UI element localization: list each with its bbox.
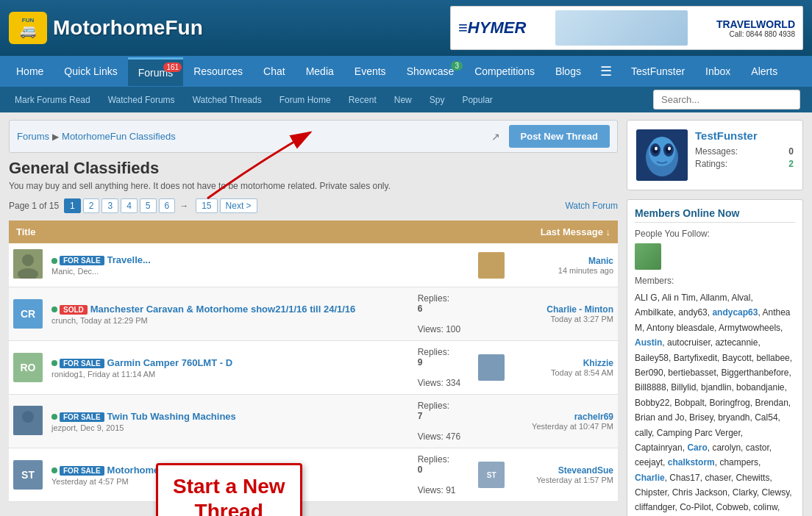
last-avatar-cell <box>474 287 512 341</box>
nav-blogs[interactable]: Blogs <box>545 58 591 85</box>
nav-showcase[interactable]: Showcase 3 <box>396 58 465 85</box>
showcase-badge: 3 <box>451 61 463 71</box>
nav-quicklinks[interactable]: Quick Links <box>54 58 127 85</box>
page-next[interactable]: Next > <box>220 198 257 213</box>
hymer-logo: ≡HYMER <box>458 18 526 37</box>
thread-meta: crunch, Today at 12:29 PM <box>51 316 409 325</box>
last-msg-cell: SteveandSue Yesterday at 1:57 PM <box>512 448 618 502</box>
table-row: ST FOR SALEMotorhome Corner Steadies Yes… <box>9 448 618 502</box>
nav-chat[interactable]: Chat <box>253 58 296 85</box>
logo-icon: FUN 🚐 <box>9 12 47 44</box>
members-title: Members Online Now <box>635 207 795 223</box>
member-bold: Austin <box>635 337 662 348</box>
ratings-label: Ratings: <box>695 159 727 169</box>
table-row: FOR SALETwin Tub Washing Machines jezpor… <box>9 395 618 448</box>
content-wrapper: Forums ▶ MotorhomeFun Classifieds ↗ Post… <box>0 112 812 516</box>
last-user-link[interactable]: rachelr69 <box>574 412 613 422</box>
last-msg-cell: Manic 14 minutes ago <box>512 243 618 287</box>
thread-info-cell: FOR SALEGarmin Camper 760LMT - D ronidog… <box>47 341 413 395</box>
page-btn-6[interactable]: 6 <box>159 198 176 213</box>
page-btn-4[interactable]: 4 <box>121 198 138 213</box>
thread-title[interactable]: Travelle... <box>107 254 151 265</box>
breadcrumb: Forums ▶ MotorhomeFun Classifieds ↗ Post… <box>9 120 618 153</box>
page-title: General Classifieds <box>9 159 618 178</box>
more-icon[interactable]: ☰ <box>591 56 621 87</box>
search-input[interactable] <box>653 90 800 110</box>
thread-status-dot <box>51 414 57 420</box>
svg-point-4 <box>22 411 34 423</box>
last-avatar-cell <box>474 243 512 287</box>
subnav-mark-read[interactable]: Mark Forums Read <box>6 89 99 111</box>
breadcrumb-classifieds[interactable]: MotorhomeFun Classifieds <box>62 131 176 142</box>
callout-text-line1: Start a New <box>173 474 285 499</box>
member-bold: andycap63 <box>712 307 758 318</box>
last-msg-time: Yesterday at 10:47 PM <box>516 422 613 431</box>
page-label: Page 1 of 15 <box>9 201 59 211</box>
subnav-spy[interactable]: Spy <box>421 89 454 111</box>
nav-alerts[interactable]: Alerts <box>741 58 788 85</box>
travelworld-phone: Call: 0844 880 4938 <box>729 30 795 38</box>
nav-competitions[interactable]: Competitions <box>464 58 545 85</box>
nav-events[interactable]: Events <box>344 58 396 85</box>
nav-resources[interactable]: Resources <box>183 58 253 85</box>
forums-badge: 161 <box>163 62 182 72</box>
col-stats-header <box>413 221 474 243</box>
thread-meta: jezport, Dec 9, 2015 <box>51 423 409 432</box>
nav-testfunster[interactable]: TestFunster <box>621 58 695 85</box>
members-label: Members: <box>635 276 795 286</box>
external-link-icon: ↗ <box>491 131 500 143</box>
main-content: Forums ▶ MotorhomeFun Classifieds ↗ Post… <box>9 120 618 516</box>
thread-meta: ronidog1, Friday at 11:14 AM <box>51 370 409 379</box>
nav-home[interactable]: Home <box>6 58 54 85</box>
avatar: ST <box>13 460 43 490</box>
site-header: FUN 🚐 MotorhomeFun ≡HYMER TRAVELWORLD Ca… <box>0 0 812 56</box>
last-avatar-cell: ST <box>474 448 512 502</box>
page-btn-3[interactable]: 3 <box>102 198 118 213</box>
thread-table: Title Last Message ↓ <box>9 221 618 502</box>
last-msg-cell: Charlie - Minton Today at 3:27 PM <box>512 287 618 341</box>
thread-status-dot <box>51 360 57 366</box>
last-user-link[interactable]: Charlie - Minton <box>546 304 613 315</box>
subnav-watched-forums[interactable]: Watched Forums <box>99 89 184 111</box>
breadcrumb-arrow: ▶ <box>52 132 59 142</box>
thread-status-dot <box>51 307 57 312</box>
ratings-row: Ratings: 2 <box>695 159 794 169</box>
col-title-header: Title <box>9 221 413 243</box>
thread-title[interactable]: Garmin Camper 760LMT - D <box>107 357 233 368</box>
subnav-recent[interactable]: Recent <box>340 89 385 111</box>
thread-title[interactable]: Manchester Caravan & Motorhome show21/1/… <box>90 304 356 315</box>
page-btn-1[interactable]: 1 <box>64 198 81 213</box>
page-btn-15[interactable]: 15 <box>196 198 217 213</box>
nav-forums[interactable]: Forums 161 <box>128 57 183 86</box>
post-new-thread-button[interactable]: Post New Thread <box>509 125 610 148</box>
last-user-link[interactable]: Manic <box>588 256 613 266</box>
page-btn-5[interactable]: 5 <box>140 198 157 213</box>
last-msg-cell: Khizzie Today at 8:54 AM <box>512 341 618 395</box>
table-row: FOR SALETravelle... Manic, Dec... Manic … <box>9 243 618 287</box>
subnav-popular[interactable]: Popular <box>453 89 501 111</box>
last-msg-time: Today at 8:54 AM <box>516 368 613 377</box>
last-avatar-cell <box>474 395 512 448</box>
last-user-link[interactable]: Khizzie <box>583 358 613 368</box>
username: TestFunster <box>695 129 794 142</box>
thread-title[interactable]: Twin Tub Washing Machines <box>107 411 236 422</box>
nav-inbox[interactable]: Inbox <box>695 58 741 85</box>
watch-forum-link[interactable]: Watch Forum <box>565 201 618 211</box>
subnav-new[interactable]: New <box>385 89 421 111</box>
page-btn-2[interactable]: 2 <box>83 198 100 213</box>
members-list: ALI G, Ali n Tim, Allanm, Alval, Ambilka… <box>635 290 795 516</box>
subnav-watched-threads[interactable]: Watched Threads <box>184 89 271 111</box>
table-row: CR SOLDManchester Caravan & Motorhome sh… <box>9 287 618 341</box>
subnav-forum-home[interactable]: Forum Home <box>271 89 340 111</box>
site-name: MotorhomeFun <box>53 16 203 40</box>
svg-point-1 <box>22 254 34 266</box>
avatar-cell: ST <box>9 448 47 502</box>
nav-media[interactable]: Media <box>296 58 344 85</box>
stats-cell: Replies: 0Views: 91 <box>413 448 474 502</box>
thread-table-container: Title Last Message ↓ <box>9 221 618 502</box>
breadcrumb-forums[interactable]: Forums <box>17 131 49 142</box>
last-avatar-cell <box>474 341 512 395</box>
last-user-link[interactable]: SteveandSue <box>558 465 613 476</box>
sidebar: TestFunster Messages: 0 Ratings: 2 Membe… <box>627 120 803 516</box>
avatar: CR <box>13 299 43 329</box>
